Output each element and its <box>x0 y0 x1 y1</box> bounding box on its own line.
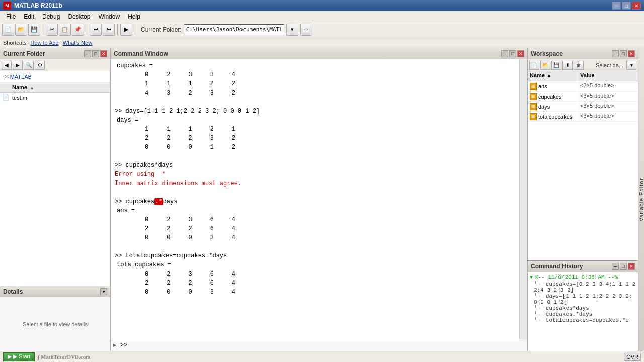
hist-indent-1: └─ <box>534 293 540 299</box>
folder-path-input[interactable] <box>184 24 284 35</box>
col-name-header[interactable]: Name ▲ <box>12 84 108 90</box>
history-item-2[interactable]: └─ cupcakes*days <box>530 305 636 311</box>
file-name: test.m <box>12 95 27 101</box>
details-header: Details ▾ <box>0 286 110 297</box>
cmd-days-var: days = <box>115 116 515 125</box>
cmd-matrix-cupcakes-r1: 1 1 1 2 2 <box>115 79 515 88</box>
file-icon: 📄 <box>2 94 10 102</box>
menu-file[interactable]: File <box>2 12 20 21</box>
folder-forward-btn[interactable]: ▶ <box>13 61 23 70</box>
cmd-totalcupcakes-prompt: >> totalcupcakes=cupcakes.*days <box>115 251 515 260</box>
folder-search-btn[interactable]: 🔍 <box>24 61 34 70</box>
undo-button[interactable]: ↩ <box>90 24 102 36</box>
cmd-matrix-total-r0: 0 2 3 6 4 <box>115 269 515 279</box>
hist-minimize-btn[interactable]: ─ <box>612 263 619 270</box>
toolbar-sep-1 <box>43 24 43 35</box>
ws-row-totalcupcakes[interactable]: ▦ totalcupcakes <3×5 double> <box>528 112 638 122</box>
cmd-blank-3 <box>115 188 515 197</box>
ws-select-dropdown[interactable]: ▾ <box>626 61 636 70</box>
ws-minimize-btn[interactable]: ─ <box>612 50 619 57</box>
ws-row-cupcakes[interactable]: ▦ cupcakes <3×5 double> <box>528 92 638 102</box>
history-separator-row: ▼ %-- 11/8/2011 8:36 AM --% <box>530 273 636 281</box>
menu-desktop[interactable]: Desktop <box>64 12 94 21</box>
history-item-3[interactable]: └─ cupcakes.*days <box>530 311 636 317</box>
new-file-button[interactable]: 📄 <box>2 24 14 36</box>
paste-button[interactable]: 📌 <box>72 24 84 36</box>
shortcuts-label: Shortcuts <box>3 40 26 46</box>
hist-close-btn[interactable]: ✕ <box>628 263 635 270</box>
panel-close-btn[interactable]: ✕ <box>100 50 107 57</box>
hist-indent-2: └─ <box>534 305 540 311</box>
history-controls: ─ □ ✕ <box>612 263 635 270</box>
hist-indent-3: └─ <box>534 311 540 317</box>
history-item-0[interactable]: └─ cupcakes=[0 2 3 3 4;1 1 1 2 2;4 3 2 3… <box>530 281 636 293</box>
history-content: ▼ %-- 11/8/2011 8:36 AM --% └─ cupcakes=… <box>528 272 638 351</box>
shortcuts-bar: Shortcuts How to Add What's New <box>0 37 644 48</box>
cmd-blank-4 <box>115 242 515 251</box>
ws-close-btn[interactable]: ✕ <box>628 50 635 57</box>
menu-debug[interactable]: Debug <box>38 12 64 21</box>
howto-add-link[interactable]: How to Add <box>30 40 58 46</box>
workspace-title: Workspace <box>531 50 563 57</box>
command-content[interactable]: cupcakes = 0 2 3 3 4 1 1 1 2 2 4 3 2 3 2… <box>111 59 519 339</box>
ws-new-btn[interactable]: 📄 <box>529 61 539 70</box>
copy-button[interactable]: 📋 <box>59 24 71 36</box>
workspace-controls: ─ □ ✕ <box>612 50 635 57</box>
folder-label: Current Folder: <box>141 26 182 33</box>
ws-var-icon-cupcakes: ▦ <box>530 93 537 100</box>
ws-col-name-header[interactable]: Name ▲ <box>528 71 578 81</box>
cmd-area: cupcakes = 0 2 3 3 4 1 1 1 2 2 4 3 2 3 2… <box>111 59 527 339</box>
ws-import-btn[interactable]: ⬆ <box>562 61 573 70</box>
ws-delete-btn[interactable]: 🗑 <box>574 61 584 70</box>
ws-col-value-header[interactable]: Value <box>578 71 638 81</box>
folder-nav-button[interactable]: ⇨ <box>300 24 312 36</box>
current-folder-header: Current Folder ─ □ ✕ <box>0 48 110 59</box>
sort-arrow: ▲ <box>30 85 34 90</box>
menu-help[interactable]: Help <box>124 12 144 21</box>
menu-edit[interactable]: Edit <box>20 12 38 21</box>
restore-button[interactable]: □ <box>622 2 631 10</box>
ws-save-btn[interactable]: 💾 <box>551 61 561 70</box>
cmd-close-btn[interactable]: ✕ <box>517 50 524 57</box>
whats-new-link[interactable]: What's New <box>63 40 92 46</box>
browse-folder-button[interactable]: ▾ <box>286 24 298 36</box>
run-button[interactable]: ▶ <box>120 24 132 36</box>
breadcrumb[interactable]: MATLAB <box>10 74 32 80</box>
cmd-restore-btn[interactable]: □ <box>509 50 516 57</box>
folder-settings-btn[interactable]: ⚙ <box>35 61 45 70</box>
cmd-scrollbar[interactable] <box>519 59 527 339</box>
cmd-days-prompt: >> days=[1 1 1 2 1;2 2 2 3 2; 0 0 0 1 2] <box>115 107 515 116</box>
toolbar-sep-4 <box>135 24 135 35</box>
breadcrumb-arrow: << <box>3 74 9 79</box>
cut-button[interactable]: ✂ <box>46 24 58 36</box>
file-row[interactable]: 📄 test.m <box>0 93 110 103</box>
start-icon: ▶ <box>8 353 12 360</box>
save-button[interactable]: 💾 <box>28 24 40 36</box>
toolbar-sep-3 <box>117 24 118 35</box>
history-item-1[interactable]: └─ days=[1 1 1 2 1;2 2 2 3 2; 0 0 0 1 2] <box>530 293 636 305</box>
close-button[interactable]: ✕ <box>632 2 641 10</box>
details-collapse-btn[interactable]: ▾ <box>100 288 107 295</box>
panel-restore-btn[interactable]: □ <box>92 50 99 57</box>
workspace-toolbar: 📄 📂 💾 ⬆ 🗑 Select da... ▾ <box>528 59 638 71</box>
folder-toolbar: ◀ ▶ 🔍 ⚙ <box>0 59 110 71</box>
cmd-matrix-total-r1: 2 2 2 6 4 <box>115 279 515 288</box>
ws-restore-btn[interactable]: □ <box>620 50 627 57</box>
panel-minimize-btn[interactable]: ─ <box>84 50 91 57</box>
ws-row-days[interactable]: ▦ days <3×5 double> <box>528 102 638 112</box>
matlab-icon: M <box>3 2 11 10</box>
cmd-minimize-btn[interactable]: ─ <box>501 50 508 57</box>
open-button[interactable]: 📂 <box>15 24 27 36</box>
hist-restore-btn[interactable]: □ <box>620 263 627 270</box>
hist-indent-4: └─ <box>534 317 540 323</box>
cmd-input-field[interactable] <box>128 340 525 350</box>
start-button[interactable]: ▶ ▶ Start <box>3 352 35 361</box>
redo-button[interactable]: ↪ <box>103 24 115 36</box>
minimize-button[interactable]: ─ <box>612 2 621 10</box>
ws-open-btn[interactable]: 📂 <box>540 61 550 70</box>
folder-back-btn[interactable]: ◀ <box>2 61 12 70</box>
ws-row-ans[interactable]: ▦ ans <3×5 double> <box>528 81 638 92</box>
menu-window[interactable]: Window <box>94 12 124 21</box>
current-folder-title: Current Folder <box>3 50 45 57</box>
history-item-4[interactable]: └─ totalcupcakes=cupcakes.*c <box>530 317 636 323</box>
